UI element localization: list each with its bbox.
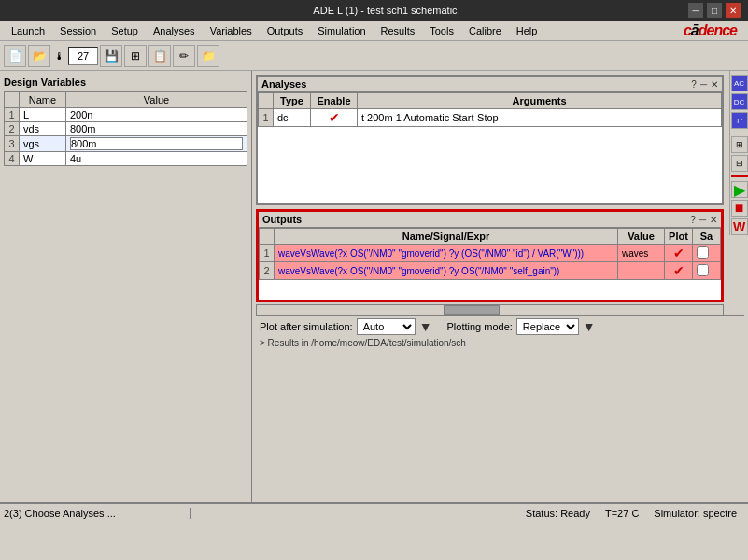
menu-variables[interactable]: Variables xyxy=(203,23,260,38)
menu-setup[interactable]: Setup xyxy=(104,23,146,38)
plot-checkbox-2[interactable]: ✔ xyxy=(669,263,688,278)
minimize-button[interactable]: ─ xyxy=(688,3,703,18)
simulator-label: Simulator: xyxy=(654,508,700,519)
status-right: Status: Ready T=27 C Simulator: spectre xyxy=(191,508,744,519)
analyses-header: Analyses ? ─ ✕ xyxy=(258,77,722,92)
edit-button[interactable]: ✏ xyxy=(173,45,195,67)
menu-session[interactable]: Session xyxy=(52,23,104,38)
dc-button[interactable]: DC xyxy=(731,93,748,110)
out-plot-2[interactable]: ✔ xyxy=(665,262,693,280)
analyses-help-btn[interactable]: ? xyxy=(691,79,697,90)
plot-mode-select[interactable]: Auto Manual None xyxy=(357,318,416,335)
connect-button[interactable]: ⊟ xyxy=(731,155,748,172)
titlebar: ADE L (1) - test sch1 schematic ─ □ ✕ xyxy=(0,0,748,21)
an-args: t 200m 1 Automatic Start-Stop xyxy=(358,109,722,127)
netlist-button[interactable]: ⊞ xyxy=(124,45,147,67)
choose-analyses-text: 2(3) Choose Analyses ... xyxy=(4,508,116,519)
analyses-minimize-btn[interactable]: ─ xyxy=(700,79,707,90)
out-num-header xyxy=(260,229,275,245)
var-row-num: 1 xyxy=(5,108,20,122)
stop-button[interactable]: ■ xyxy=(731,200,748,217)
copy-button[interactable]: 📋 xyxy=(148,45,171,67)
outputs-box: Outputs ? ─ ✕ Name/Signal/Expr Value Plo… xyxy=(256,209,724,302)
trans-button[interactable]: Tr xyxy=(731,112,748,129)
status-left: 2(3) Choose Analyses ... xyxy=(4,508,191,519)
var-name: W xyxy=(20,152,66,166)
var-value-input[interactable] xyxy=(70,137,243,150)
table-row: 2 waveVsWave(?x OS("/NM0" "gmoverid") ?y… xyxy=(260,262,721,280)
out-expr-text-2: waveVsWave(?x OS("/NM0" "gmoverid") ?y O… xyxy=(278,266,559,276)
outputs-controls: ? ─ ✕ xyxy=(690,215,717,225)
temp-text: T=27 C xyxy=(605,508,639,519)
menu-outputs[interactable]: Outputs xyxy=(260,23,311,38)
out-save-header: Sa xyxy=(693,229,721,245)
scrollbar-thumb[interactable] xyxy=(444,305,500,315)
menu-help[interactable]: Help xyxy=(509,23,545,38)
an-args-header: Arguments xyxy=(358,93,722,109)
titlebar-controls: ─ □ ✕ xyxy=(688,3,741,18)
outputs-minimize-btn[interactable]: ─ xyxy=(699,215,706,225)
analyses-title: Analyses xyxy=(261,78,306,90)
results-path: > Results in /home/meow/EDA/test/simulat… xyxy=(256,336,744,350)
table-row: 2vds800m xyxy=(5,122,247,136)
folder-button[interactable]: 📁 xyxy=(197,45,219,67)
save-button[interactable]: 💾 xyxy=(100,45,122,67)
plotting-mode: Plotting mode: Replace Append ▼ xyxy=(447,318,596,335)
save-checkbox-1[interactable] xyxy=(697,246,709,259)
var-value[interactable]: 800m xyxy=(65,122,247,136)
var-value[interactable]: 4u xyxy=(65,152,247,166)
maximize-button[interactable]: □ xyxy=(707,3,722,18)
plotting-mode-select[interactable]: Replace Append xyxy=(516,318,579,335)
var-value[interactable] xyxy=(65,136,247,152)
variables-table: Name Value 1L200n2vds800m3vgs4W4u xyxy=(4,91,247,166)
right-panel: Analyses ? ─ ✕ Type Enable Arguments xyxy=(252,71,748,502)
plotting-dropdown-arrow: ▼ xyxy=(583,319,596,334)
status-text: Status: Ready xyxy=(526,508,590,519)
out-save-1[interactable] xyxy=(693,245,721,262)
new-button[interactable]: 📄 xyxy=(4,45,26,67)
menu-simulation[interactable]: Simulation xyxy=(310,23,373,38)
close-button[interactable]: ✕ xyxy=(726,3,741,18)
menubar: Launch Session Setup Analyses Variables … xyxy=(0,21,748,41)
plot-checkbox-1[interactable]: ✔ xyxy=(669,245,688,260)
var-name-header: Name xyxy=(20,92,66,108)
horizontal-scrollbar[interactable] xyxy=(256,304,724,315)
out-expr-header: Name/Signal/Expr xyxy=(275,229,618,245)
menu-launch[interactable]: Launch xyxy=(4,23,52,38)
var-name: L xyxy=(20,108,66,122)
toolbar: 📄 📂 🌡 💾 ⊞ 📋 ✏ 📁 xyxy=(0,41,748,71)
ac-button[interactable]: AC xyxy=(731,75,748,91)
table-row: 1 dc ✔ t 200m 1 Automatic Start-Stop xyxy=(259,109,722,127)
plot-after-sim: Plot after simulation: Auto Manual None … xyxy=(260,318,432,335)
table-row: 3vgs xyxy=(5,136,247,152)
menu-analyses[interactable]: Analyses xyxy=(146,23,203,38)
an-type: dc xyxy=(274,109,311,127)
var-num-header xyxy=(5,92,20,108)
status-label: Status: xyxy=(526,508,557,519)
menu-calibre[interactable]: Calibre xyxy=(461,23,509,38)
analyses-controls: ? ─ ✕ xyxy=(691,79,718,90)
menu-tools[interactable]: Tools xyxy=(422,23,461,38)
var-value[interactable]: 200n xyxy=(65,108,247,122)
table-row: 1 waveVsWave(?x OS("/NM0" "gmoverid") ?y… xyxy=(260,245,721,262)
outputs-help-btn[interactable]: ? xyxy=(690,215,696,225)
out-save-2[interactable] xyxy=(693,262,721,280)
save-checkbox-2[interactable] xyxy=(697,264,709,276)
out-value-2 xyxy=(618,262,665,280)
enable-checkbox[interactable]: ✔ xyxy=(315,110,353,125)
out-expr-text-1: waveVsWave(?x OS("/NM0" "gmoverid") ?y (… xyxy=(278,248,584,259)
temperature-input[interactable] xyxy=(68,47,98,65)
menu-results[interactable]: Results xyxy=(374,23,423,38)
plotting-mode-label: Plotting mode: xyxy=(447,321,513,332)
analyses-close-btn[interactable]: ✕ xyxy=(711,79,718,90)
play-button[interactable]: ▶ xyxy=(731,181,748,198)
open-button[interactable]: 📂 xyxy=(28,45,50,67)
out-plot-1[interactable]: ✔ xyxy=(665,245,693,262)
out-value-1: waves xyxy=(618,245,665,262)
w-button[interactable]: W xyxy=(731,218,748,235)
table-row: 1L200n xyxy=(5,108,247,122)
out-plot-header: Plot xyxy=(665,229,693,245)
probe-button[interactable]: ⊞ xyxy=(731,136,748,153)
outputs-close-btn[interactable]: ✕ xyxy=(710,215,717,225)
an-enable[interactable]: ✔ xyxy=(311,109,358,127)
